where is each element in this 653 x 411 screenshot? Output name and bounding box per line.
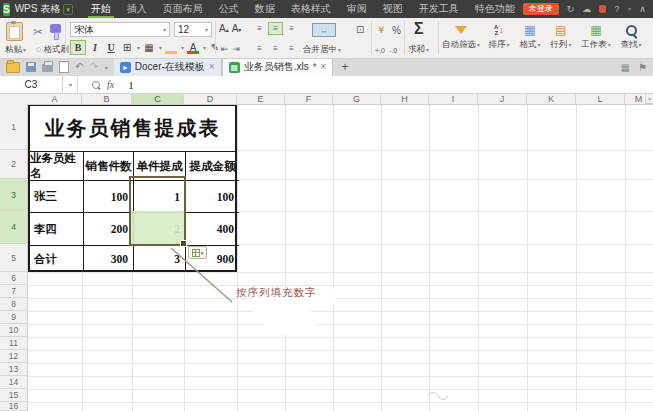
print-preview-icon[interactable]	[59, 61, 69, 73]
decrease-decimal-button[interactable]: -.0	[389, 47, 397, 54]
align-middle-button[interactable]: ≡	[268, 22, 283, 35]
cell-C5[interactable]: 3	[134, 246, 186, 272]
redo-icon[interactable]: ↷	[89, 62, 97, 72]
increase-indent-icon[interactable]: ⇥	[233, 44, 241, 54]
italic-button[interactable]: I	[88, 41, 102, 54]
align-bottom-button[interactable]: ≡	[284, 22, 299, 35]
align-center-button[interactable]: ≡	[268, 42, 283, 55]
cell-B2[interactable]: 销售件数	[84, 152, 134, 181]
borders-dropdown-icon[interactable]: ▾	[137, 44, 140, 51]
open-file-icon[interactable]	[6, 62, 20, 73]
col-header-C[interactable]: C	[132, 93, 184, 104]
cell-D2[interactable]: 提成金额	[186, 152, 239, 181]
row-col-button[interactable]: ▤行列▾	[547, 21, 575, 55]
align-top-button[interactable]: ≡	[252, 22, 267, 35]
format-painter-button[interactable]: ◌ 格式刷	[36, 44, 69, 56]
menu-tab-review[interactable]: 审阅	[339, 0, 375, 18]
find-button[interactable]: 查找▾	[617, 21, 645, 55]
print-icon[interactable]	[42, 64, 53, 72]
autofilter-button[interactable]: 自动筛选▾	[441, 21, 481, 55]
bold-button[interactable]: B	[70, 40, 86, 55]
app-menu-dropdown-icon[interactable]: ▾	[63, 4, 73, 15]
row-header-8[interactable]: 8	[0, 298, 28, 311]
currency-style-button[interactable]: ￥	[376, 23, 386, 37]
row-header-3[interactable]: 3	[0, 179, 28, 211]
row-header-6[interactable]: 6	[0, 272, 28, 285]
format-painter-icon[interactable]	[50, 24, 61, 33]
menu-tab-home[interactable]: 开始	[83, 0, 119, 18]
menu-tab-page-layout[interactable]: 页面布局	[155, 0, 211, 18]
highlight-color-button[interactable]	[164, 41, 178, 54]
menu-tab-view[interactable]: 视图	[375, 0, 411, 18]
layout-switch-icon[interactable]: ▦	[621, 62, 630, 73]
font-name-select[interactable]: 宋体▾	[70, 22, 170, 37]
row-header-11[interactable]: 11	[0, 337, 28, 350]
cell-A2[interactable]: 业务员姓名	[30, 152, 84, 181]
tab-close-icon[interactable]: ×	[321, 62, 327, 72]
row-header-10[interactable]: 10	[0, 324, 28, 337]
menu-tab-table-style[interactable]: 表格样式	[283, 0, 339, 18]
cell-B3[interactable]: 100	[84, 181, 134, 213]
tab-docer[interactable]: ▸Docer-在线模板×	[114, 58, 222, 76]
row-header-2[interactable]: 2	[0, 150, 28, 179]
cut-icon[interactable]: ✂	[33, 25, 43, 39]
name-box[interactable]: C3	[0, 76, 63, 93]
help-dropdown-icon[interactable]: ▾	[628, 3, 631, 15]
format-button[interactable]: ▦格式▾	[516, 21, 544, 55]
font-size-select[interactable]: 12▾	[174, 22, 212, 37]
decrease-indent-icon[interactable]: ⇤	[221, 44, 229, 54]
menu-tab-dev-tools[interactable]: 开发工具	[411, 0, 467, 18]
increase-decimal-button[interactable]: +.0	[375, 47, 385, 54]
wrap-text-button[interactable]: ⊡	[356, 24, 364, 35]
grow-font-button[interactable]: A▴	[219, 23, 229, 34]
tab-workbook[interactable]: ▦业务员销售.xls*×	[222, 58, 334, 76]
scrollbar-up-icon[interactable]: ▴	[645, 93, 653, 104]
col-header-A[interactable]: A	[28, 93, 82, 104]
paste-icon[interactable]	[6, 22, 23, 41]
row-header-7[interactable]: 7	[0, 285, 28, 298]
cell-A3[interactable]: 张三	[30, 181, 84, 213]
paste-dropdown-icon[interactable]: ▾	[23, 47, 26, 53]
col-header-F[interactable]: F	[285, 93, 333, 104]
autofill-options-button[interactable]: ▾	[188, 246, 207, 259]
col-header-D[interactable]: D	[184, 93, 237, 104]
row-header-9[interactable]: 9	[0, 311, 28, 324]
col-header-G[interactable]: G	[333, 93, 381, 104]
collapse-ribbon-icon[interactable]: ∧	[639, 3, 646, 15]
shrink-font-button[interactable]: A▾	[232, 23, 242, 34]
quick-access-dropdown-icon[interactable]: ▾	[105, 64, 108, 71]
paste-button[interactable]: 粘贴▾	[5, 44, 26, 56]
autosum-button[interactable]: 求和▾	[408, 44, 429, 56]
cell-A1-title[interactable]: 业务员销售提成表	[30, 106, 235, 152]
cell-A5[interactable]: 合计	[30, 246, 84, 272]
cell-B4[interactable]: 200	[84, 213, 134, 246]
percent-style-button[interactable]: %	[392, 25, 401, 36]
flag-icon[interactable]: ⚑	[638, 62, 647, 73]
worksheet-button[interactable]: ▦工作表▾	[578, 21, 614, 55]
menu-tab-data[interactable]: 数据	[247, 0, 283, 18]
shading-button[interactable]: ▦	[142, 41, 156, 54]
menu-tab-insert[interactable]: 插入	[119, 0, 155, 18]
col-header-B[interactable]: B	[82, 93, 132, 104]
cloud-icon[interactable]: ☁	[582, 3, 591, 15]
cell-A4[interactable]: 李四	[30, 213, 84, 246]
merge-center-button[interactable]: 合并居中▾	[303, 44, 341, 56]
align-left-button[interactable]: ≡	[252, 42, 267, 55]
font-color-button[interactable]: A	[186, 41, 200, 54]
undo-icon[interactable]: ↶	[75, 62, 83, 72]
row-header-16[interactable]: 16	[0, 402, 28, 411]
shading-dropdown-icon[interactable]: ▾	[159, 44, 162, 51]
font-color-dropdown-icon[interactable]: ▾	[203, 44, 206, 51]
row-header-14[interactable]: 14	[0, 376, 28, 389]
col-header-L[interactable]: L	[576, 93, 625, 104]
fill-handle[interactable]	[180, 240, 187, 247]
notification-icon[interactable]	[599, 5, 606, 13]
col-header-H[interactable]: H	[381, 93, 429, 104]
menu-tab-special-features[interactable]: 特色功能	[467, 0, 523, 18]
col-header-E[interactable]: E	[237, 93, 285, 104]
cell-D4[interactable]: 400	[186, 213, 239, 246]
insert-function-button[interactable]: fx	[107, 79, 114, 90]
search-function-icon[interactable]	[92, 81, 100, 89]
help-icon[interactable]: ?	[614, 3, 619, 15]
name-box-dropdown-icon[interactable]: ▾	[69, 81, 72, 88]
